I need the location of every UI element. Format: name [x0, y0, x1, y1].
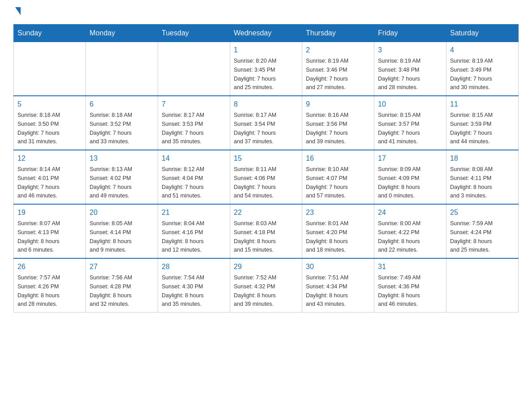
- day-number: 23: [306, 207, 370, 218]
- weekday-header-monday: Monday: [86, 25, 158, 42]
- day-info: Sunrise: 8:04 AM Sunset: 4:16 PM Dayligh…: [162, 220, 204, 253]
- calendar-cell: 31Sunrise: 7:49 AM Sunset: 4:36 PM Dayli…: [374, 258, 446, 313]
- day-number: 4: [450, 45, 515, 56]
- day-number: 9: [306, 99, 370, 110]
- calendar-cell: [158, 42, 230, 96]
- weekday-header-row: SundayMondayTuesdayWednesdayThursdayFrid…: [14, 25, 519, 42]
- day-number: 29: [234, 261, 298, 272]
- week-row-4: 19Sunrise: 8:07 AM Sunset: 4:13 PM Dayli…: [14, 204, 519, 258]
- week-row-2: 5Sunrise: 8:18 AM Sunset: 3:50 PM Daylig…: [14, 96, 519, 150]
- day-number: 10: [378, 99, 442, 110]
- day-number: 7: [162, 99, 226, 110]
- day-info: Sunrise: 8:03 AM Sunset: 4:18 PM Dayligh…: [234, 220, 276, 253]
- day-info: Sunrise: 8:12 AM Sunset: 4:04 PM Dayligh…: [162, 166, 204, 199]
- week-row-5: 26Sunrise: 7:57 AM Sunset: 4:26 PM Dayli…: [14, 258, 519, 313]
- calendar-cell: 4Sunrise: 8:19 AM Sunset: 3:49 PM Daylig…: [446, 42, 519, 96]
- calendar-cell: 12Sunrise: 8:14 AM Sunset: 4:01 PM Dayli…: [14, 150, 86, 204]
- day-info: Sunrise: 7:52 AM Sunset: 4:32 PM Dayligh…: [234, 274, 276, 307]
- calendar-cell: 10Sunrise: 8:15 AM Sunset: 3:57 PM Dayli…: [374, 96, 446, 150]
- day-info: Sunrise: 8:10 AM Sunset: 4:07 PM Dayligh…: [306, 166, 348, 199]
- day-info: Sunrise: 8:19 AM Sunset: 3:49 PM Dayligh…: [450, 58, 493, 90]
- weekday-header-thursday: Thursday: [302, 25, 374, 42]
- day-number: 21: [162, 207, 226, 218]
- week-row-3: 12Sunrise: 8:14 AM Sunset: 4:01 PM Dayli…: [14, 150, 519, 204]
- weekday-header-tuesday: Tuesday: [158, 25, 230, 42]
- day-info: Sunrise: 8:18 AM Sunset: 3:50 PM Dayligh…: [17, 112, 60, 145]
- day-number: 25: [450, 207, 515, 218]
- day-number: 28: [162, 261, 226, 272]
- day-info: Sunrise: 7:56 AM Sunset: 4:28 PM Dayligh…: [90, 274, 132, 307]
- day-info: Sunrise: 8:14 AM Sunset: 4:01 PM Dayligh…: [17, 166, 60, 199]
- calendar-cell: 8Sunrise: 8:17 AM Sunset: 3:54 PM Daylig…: [230, 96, 302, 150]
- day-info: Sunrise: 8:08 AM Sunset: 4:11 PM Dayligh…: [450, 166, 493, 199]
- page-header: [13, 9, 519, 15]
- day-number: 31: [378, 261, 442, 272]
- day-info: Sunrise: 7:59 AM Sunset: 4:24 PM Dayligh…: [450, 220, 493, 253]
- day-number: 1: [234, 45, 298, 56]
- weekday-header-saturday: Saturday: [446, 25, 519, 42]
- day-number: 5: [17, 99, 82, 110]
- day-number: 18: [450, 153, 515, 164]
- day-number: 6: [90, 99, 154, 110]
- day-info: Sunrise: 8:16 AM Sunset: 3:56 PM Dayligh…: [306, 112, 348, 145]
- day-number: 26: [17, 261, 82, 272]
- calendar-cell: 27Sunrise: 7:56 AM Sunset: 4:28 PM Dayli…: [86, 258, 158, 313]
- day-info: Sunrise: 8:17 AM Sunset: 3:53 PM Dayligh…: [162, 112, 204, 145]
- day-number: 8: [234, 99, 298, 110]
- weekday-header-sunday: Sunday: [14, 25, 86, 42]
- day-info: Sunrise: 8:07 AM Sunset: 4:13 PM Dayligh…: [17, 220, 60, 253]
- day-number: 16: [306, 153, 370, 164]
- calendar-cell: 25Sunrise: 7:59 AM Sunset: 4:24 PM Dayli…: [446, 204, 519, 258]
- day-number: 12: [17, 153, 82, 164]
- calendar-cell: 6Sunrise: 8:18 AM Sunset: 3:52 PM Daylig…: [86, 96, 158, 150]
- calendar-cell: 23Sunrise: 8:01 AM Sunset: 4:20 PM Dayli…: [302, 204, 374, 258]
- day-info: Sunrise: 8:09 AM Sunset: 4:09 PM Dayligh…: [378, 166, 420, 199]
- day-info: Sunrise: 8:13 AM Sunset: 4:02 PM Dayligh…: [90, 166, 132, 199]
- day-info: Sunrise: 8:01 AM Sunset: 4:20 PM Dayligh…: [306, 220, 348, 253]
- calendar-cell: 1Sunrise: 8:20 AM Sunset: 3:45 PM Daylig…: [230, 42, 302, 96]
- day-number: 3: [378, 45, 442, 56]
- day-info: Sunrise: 8:19 AM Sunset: 3:48 PM Dayligh…: [378, 58, 420, 90]
- day-info: Sunrise: 7:49 AM Sunset: 4:36 PM Dayligh…: [378, 274, 420, 307]
- calendar-cell: 15Sunrise: 8:11 AM Sunset: 4:06 PM Dayli…: [230, 150, 302, 204]
- day-info: Sunrise: 7:57 AM Sunset: 4:26 PM Dayligh…: [17, 274, 60, 307]
- day-info: Sunrise: 7:54 AM Sunset: 4:30 PM Dayligh…: [162, 274, 204, 307]
- calendar-cell: 26Sunrise: 7:57 AM Sunset: 4:26 PM Dayli…: [14, 258, 86, 313]
- week-row-1: 1Sunrise: 8:20 AM Sunset: 3:45 PM Daylig…: [14, 42, 519, 96]
- day-number: 20: [90, 207, 154, 218]
- calendar-cell: 16Sunrise: 8:10 AM Sunset: 4:07 PM Dayli…: [302, 150, 374, 204]
- calendar-table: SundayMondayTuesdayWednesdayThursdayFrid…: [13, 24, 519, 313]
- calendar-cell: 7Sunrise: 8:17 AM Sunset: 3:53 PM Daylig…: [158, 96, 230, 150]
- calendar-cell: 22Sunrise: 8:03 AM Sunset: 4:18 PM Dayli…: [230, 204, 302, 258]
- day-number: 13: [90, 153, 154, 164]
- weekday-header-friday: Friday: [374, 25, 446, 42]
- day-number: 11: [450, 99, 515, 110]
- day-info: Sunrise: 8:05 AM Sunset: 4:14 PM Dayligh…: [90, 220, 132, 253]
- calendar-cell: 19Sunrise: 8:07 AM Sunset: 4:13 PM Dayli…: [14, 204, 86, 258]
- weekday-header-wednesday: Wednesday: [230, 25, 302, 42]
- day-info: Sunrise: 8:15 AM Sunset: 3:59 PM Dayligh…: [450, 112, 493, 145]
- day-number: 15: [234, 153, 298, 164]
- calendar-cell: 2Sunrise: 8:19 AM Sunset: 3:46 PM Daylig…: [302, 42, 374, 96]
- calendar-cell: 24Sunrise: 8:00 AM Sunset: 4:22 PM Dayli…: [374, 204, 446, 258]
- logo-triangle-icon: [15, 7, 21, 15]
- day-number: 2: [306, 45, 370, 56]
- day-info: Sunrise: 8:19 AM Sunset: 3:46 PM Dayligh…: [306, 58, 348, 90]
- calendar-cell: 3Sunrise: 8:19 AM Sunset: 3:48 PM Daylig…: [374, 42, 446, 96]
- calendar-cell: 9Sunrise: 8:16 AM Sunset: 3:56 PM Daylig…: [302, 96, 374, 150]
- day-info: Sunrise: 8:00 AM Sunset: 4:22 PM Dayligh…: [378, 220, 420, 253]
- day-info: Sunrise: 8:20 AM Sunset: 3:45 PM Dayligh…: [234, 58, 276, 90]
- calendar-cell: 18Sunrise: 8:08 AM Sunset: 4:11 PM Dayli…: [446, 150, 519, 204]
- logo: [13, 9, 21, 15]
- calendar-cell: 13Sunrise: 8:13 AM Sunset: 4:02 PM Dayli…: [86, 150, 158, 204]
- day-number: 14: [162, 153, 226, 164]
- calendar-cell: 17Sunrise: 8:09 AM Sunset: 4:09 PM Dayli…: [374, 150, 446, 204]
- calendar-cell: 28Sunrise: 7:54 AM Sunset: 4:30 PM Dayli…: [158, 258, 230, 313]
- day-number: 27: [90, 261, 154, 272]
- day-info: Sunrise: 8:15 AM Sunset: 3:57 PM Dayligh…: [378, 112, 420, 145]
- day-info: Sunrise: 8:11 AM Sunset: 4:06 PM Dayligh…: [234, 166, 276, 199]
- calendar-cell: [86, 42, 158, 96]
- day-info: Sunrise: 8:18 AM Sunset: 3:52 PM Dayligh…: [90, 112, 132, 145]
- day-number: 19: [17, 207, 82, 218]
- day-number: 24: [378, 207, 442, 218]
